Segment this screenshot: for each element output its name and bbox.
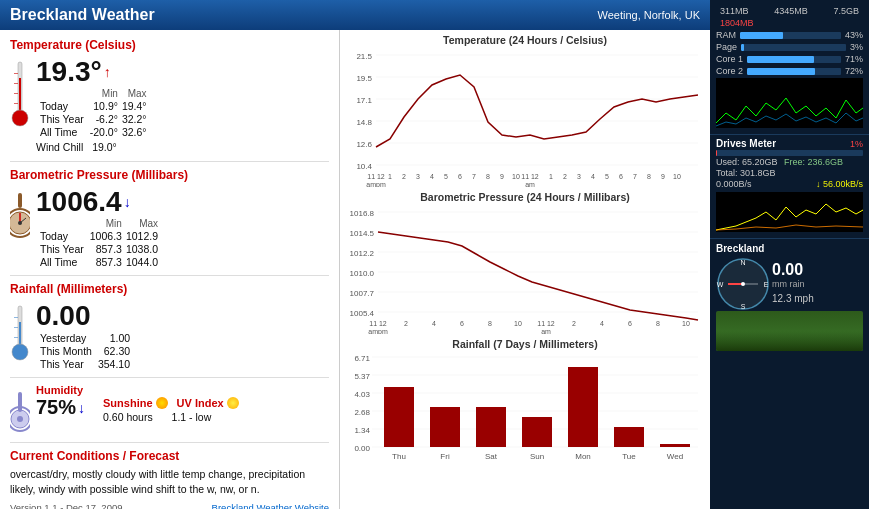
svg-text:9: 9 [661, 173, 665, 180]
svg-point-12 [18, 221, 22, 225]
core1-bar-fill [747, 56, 814, 63]
windchill-row: Wind Chill 19.0° [36, 141, 151, 153]
svg-text:N: N [740, 259, 745, 266]
svg-rect-17 [14, 327, 18, 328]
svg-text:W: W [717, 281, 724, 288]
pressure-section: Barometric Pressure (Millibars) [10, 168, 329, 269]
app-title: Breckland Weather [10, 6, 155, 24]
location: Weeting, Norfolk, UK [597, 9, 700, 21]
svg-text:2: 2 [572, 320, 576, 327]
page-row: Page 3% [716, 42, 863, 52]
mem-avail: 4345MB [774, 6, 808, 16]
bar-thu [384, 387, 414, 447]
drives-title: Drives Meter [716, 138, 776, 149]
svg-text:6: 6 [458, 173, 462, 180]
svg-text:19.5: 19.5 [356, 74, 372, 83]
svg-text:1005.4: 1005.4 [350, 309, 375, 318]
pressure-stats-table: Min Max Today 1006.3 1012.9 This Year [40, 218, 162, 269]
conditions-section: Current Conditions / Forecast overcast/d… [10, 449, 329, 496]
used-mem: 1804MB [720, 18, 754, 28]
system-monitor: 311MB 4345MB 7.5GB 1804MB RAM 43% Page 3… [710, 0, 869, 135]
svg-text:11 12: 11 12 [367, 173, 385, 180]
svg-text:1014.5: 1014.5 [350, 229, 375, 238]
svg-text:5: 5 [444, 173, 448, 180]
svg-text:1012.2: 1012.2 [350, 249, 375, 258]
sunshine-block: Sunshine UV Index 0.60 hours 1.1 - low [103, 397, 242, 423]
drives-bar-bg [716, 150, 863, 156]
svg-rect-9 [18, 193, 22, 208]
mem-free: 7.5GB [833, 6, 859, 16]
rainfall-chart-section: Rainfall (7 Days / Millimeters) 6.71 5.3… [346, 338, 704, 473]
svg-text:3: 3 [577, 173, 581, 180]
core1-pct: 71% [845, 54, 863, 64]
main-panel: Breckland Weather Weeting, Norfolk, UK T… [0, 0, 710, 509]
svg-point-2 [12, 110, 28, 126]
core2-bar-fill [747, 68, 815, 75]
pressure-chart-title: Barometric Pressure (24 Hours / Millibar… [346, 191, 704, 203]
core1-bar-bg [747, 56, 841, 63]
svg-text:2: 2 [563, 173, 567, 180]
network-graph [716, 192, 863, 232]
svg-text:7: 7 [633, 173, 637, 180]
svg-text:5.37: 5.37 [354, 372, 370, 381]
ram-label: RAM [716, 30, 736, 40]
svg-text:2: 2 [402, 173, 406, 180]
svg-text:14.8: 14.8 [356, 118, 372, 127]
svg-text:10: 10 [673, 173, 681, 180]
svg-text:6: 6 [619, 173, 623, 180]
bar-sat [476, 407, 506, 447]
widget-wind-speed: 12.3 mph [772, 293, 814, 304]
footer-row: Version 1.1 - Dec 17, 2009 Breckland Wea… [10, 502, 329, 509]
bar-sun [522, 417, 552, 447]
sunshine-hours: 0.60 hours 1.1 - low [103, 411, 242, 423]
svg-text:Thu: Thu [392, 452, 406, 461]
uv-label: UV Index [177, 397, 224, 409]
page-label: Page [716, 42, 737, 52]
drives-bar-fill [716, 150, 717, 156]
barometer-icon [10, 188, 30, 250]
svg-rect-21 [18, 392, 22, 412]
terrain-image [716, 311, 863, 351]
svg-text:S: S [741, 303, 746, 310]
drives-pct: 1% [850, 139, 863, 149]
svg-text:0.00: 0.00 [354, 444, 370, 453]
svg-rect-18 [14, 337, 18, 338]
title-bar: Breckland Weather Weeting, Norfolk, UK [0, 0, 710, 30]
sys-mem-row: 311MB 4345MB 7.5GB [716, 4, 863, 18]
core1-row: Core 1 71% [716, 54, 863, 64]
stats-panel: Temperature (Celsius) [0, 30, 340, 509]
svg-text:11 12: 11 12 [537, 320, 555, 327]
page-bar-fill [741, 44, 744, 51]
core1-label: Core 1 [716, 54, 743, 64]
core2-bar-bg [747, 68, 841, 75]
temp-chart-section: Temperature (24 Hours / Celsius) 21.5 19… [346, 34, 704, 189]
svg-text:1: 1 [549, 173, 553, 180]
conditions-title: Current Conditions / Forecast [10, 449, 329, 463]
svg-text:8: 8 [656, 320, 660, 327]
conditions-text: overcast/dry, mostly cloudy with little … [10, 467, 329, 496]
svg-text:10: 10 [512, 173, 520, 180]
svg-text:Mon: Mon [575, 452, 591, 461]
svg-text:Sat: Sat [485, 452, 498, 461]
sunshine-label: Sunshine [103, 397, 153, 409]
mem-total: 311MB [720, 6, 749, 16]
svg-rect-6 [14, 103, 18, 104]
rainfall-chart-svg: 6.71 5.37 4.03 2.68 1.34 0.00 [346, 351, 701, 471]
widget-rain-label: mm rain [772, 279, 814, 289]
network-speeds: 0.000B/s ↓ 56.00kB/s [716, 179, 863, 189]
rainfall-current: 0.00 [36, 300, 91, 332]
svg-text:4: 4 [432, 320, 436, 327]
temperature-section: Temperature (Celsius) [10, 38, 329, 153]
svg-text:10: 10 [682, 320, 690, 327]
rainfall-title: Rainfall (Millimeters) [10, 282, 329, 296]
svg-text:6: 6 [628, 320, 632, 327]
svg-text:E: E [764, 281, 769, 288]
svg-text:1007.7: 1007.7 [350, 289, 375, 298]
svg-text:Wed: Wed [667, 452, 683, 461]
bar-mon [568, 367, 598, 447]
svg-text:Fri: Fri [440, 452, 450, 461]
svg-text:ampm: ampm [366, 181, 386, 187]
website-link[interactable]: Breckland Weather Website [212, 502, 329, 509]
humidity-sunshine-row: Humidity 75% ↓ Sunshine UV Index [10, 384, 329, 436]
svg-text:6.71: 6.71 [354, 354, 370, 363]
